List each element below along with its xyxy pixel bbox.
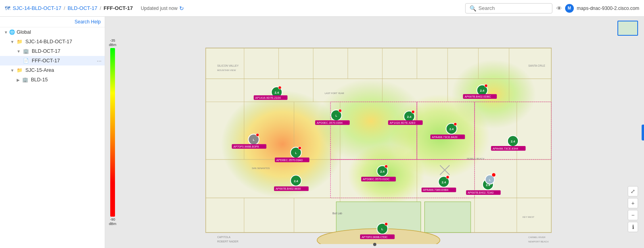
right-panel-expand-tab[interactable] [642, 125, 644, 140]
breadcrumb-part1[interactable]: SJC-14-BLD-OCT-17 [13, 5, 61, 11]
sidebar-item-label: SJC-14-BLD-OCT-17 [25, 39, 101, 44]
svg-text:2.4: 2.4 [274, 91, 279, 94]
svg-text:L: L [295, 152, 297, 154]
globe-icon: 🌐 [9, 29, 15, 35]
sidebar-item-global[interactable]: ▼ 🌐 Global [0, 27, 105, 37]
svg-text:NEWPORT BEACH: NEWPORT BEACH [528, 240, 548, 243]
svg-text:2.4: 2.4 [442, 181, 446, 184]
map-controls: ⤢ + − ℹ [628, 186, 638, 232]
svg-text:L: L [335, 114, 337, 117]
chevron-down-icon: ▼ [10, 68, 14, 73]
map-area[interactable]: -35 dBm -90 dBm [105, 17, 644, 248]
svg-point-79 [454, 123, 457, 126]
chevron-down-icon: ▼ [10, 40, 14, 44]
floor-plan-svg: ❊ ❊ ❊ ❊ ❊ SILICON VALLEY MOUNTAIN VIEW L… [117, 37, 640, 244]
user-area: 👁 M maps-dnac-9300-2.cisco.com [556, 4, 639, 13]
sidebar-item-label: SJC-15-Area [25, 67, 101, 73]
map-thumbnail[interactable] [617, 21, 638, 36]
chevron-down-icon: ▼ [4, 30, 8, 35]
search-icon: 🔍 [470, 5, 476, 12]
svg-point-89 [298, 146, 301, 150]
svg-point-103 [446, 176, 449, 179]
sidebar-item-label: Global [17, 29, 101, 35]
svg-text:APD0EC.3570.01DC: APD0EC.3570.01DC [363, 177, 390, 181]
svg-text:APA488.73CE.8344: APA488.73CE.8344 [493, 147, 518, 150]
zoom-in-button[interactable]: + [628, 198, 638, 208]
building-icon: 🏢 [22, 77, 28, 83]
svg-text:AP1416.9D7E.2104: AP1416.9D7E.2104 [255, 96, 281, 100]
svg-text:L: L [489, 179, 491, 181]
svg-text:AP687B.B402.0DBC: AP687B.B402.0DBC [464, 95, 491, 98]
svg-point-98 [385, 165, 388, 168]
svg-text:PEBBLE BEACH: PEBBLE BEACH [467, 158, 484, 160]
avatar: M [565, 4, 574, 13]
svg-text:CAPITOLA: CAPITOLA [217, 236, 231, 238]
svg-text:L: L [381, 227, 383, 231]
svg-text:MOUNTAIN VIEW: MOUNTAIN VIEW [217, 69, 236, 71]
svg-rect-37 [425, 202, 471, 232]
sidebar-item-bld15[interactable]: ▶ 🏢 BLD-15 [0, 75, 105, 85]
svg-text:2.4: 2.4 [511, 140, 515, 143]
svg-text:2.4: 2.4 [380, 170, 385, 173]
topbar: 🗺 SJC-14-BLD-OCT-17 / BLD-OCT-17 / FFF-O… [0, 0, 644, 17]
sidebar-item-label: FFF-OCT-17 [32, 58, 101, 63]
svg-text:2.4: 2.4 [294, 179, 298, 183]
svg-text:AP70F0.966B.C53C: AP70F0.966B.C53C [362, 235, 388, 239]
map-icon: 🗺 [5, 5, 10, 12]
search-help-link[interactable]: Search Help [75, 19, 101, 25]
folder-icon: 📁 [17, 39, 23, 44]
search-input[interactable] [479, 5, 548, 11]
building-icon: 🏢 [23, 48, 29, 54]
sidebar-item-sjc15[interactable]: ▼ 📁 SJC-15-Area [0, 65, 105, 75]
svg-point-69 [339, 109, 342, 112]
chevron-right-icon: ▶ [17, 78, 20, 82]
breadcrumb: 🗺 SJC-14-BLD-OCT-17 / BLD-OCT-17 / FFF-O… [5, 5, 461, 12]
main-layout: Search Help ▼ 🌐 Global ▼ 📁 SJC-14-BLD-OC… [0, 17, 644, 248]
svg-text:SAN SENANTOS: SAN SENANTOS [252, 167, 270, 169]
svg-text:APD0EC.3570.0394: APD0EC.3570.0394 [317, 121, 343, 125]
user-url: maps-dnac-9300-2.cisco.com [577, 6, 639, 11]
svg-text:SILICON VALLEY: SILICON VALLEY [217, 64, 239, 67]
svg-text:LAST FORT YEAR: LAST FORT YEAR [325, 92, 344, 94]
svg-point-64 [485, 84, 488, 87]
svg-point-59 [278, 86, 282, 89]
svg-text:Bull Lab: Bull Lab [332, 212, 342, 215]
more-options-icon[interactable]: ··· [97, 58, 102, 64]
fit-screen-button[interactable]: ⤢ [628, 186, 638, 196]
svg-text:KEY WEST: KEY WEST [523, 216, 535, 218]
svg-text:AP687B.B402.8830: AP687B.B402.8830 [276, 187, 301, 190]
breadcrumb-part2[interactable]: BLD-OCT-17 [67, 5, 97, 11]
floor-plan[interactable]: ❊ ❊ ❊ ❊ ❊ SILICON VALLEY MOUNTAIN VIEW L… [117, 37, 640, 244]
sidebar-item-bldoct17[interactable]: ▼ 🏢 BLD-OCT-17 [0, 46, 105, 56]
refresh-icon[interactable]: ↻ [179, 5, 184, 12]
svg-text:APD0EC.3570.03A0: APD0EC.3570.03A0 [276, 158, 303, 162]
legend-bottom-label: -90 dBm [109, 217, 117, 226]
sidebar: Search Help ▼ 🌐 Global ▼ 📁 SJC-14-BLD-OC… [0, 17, 105, 248]
sidebar-item-fffoct17[interactable]: 📄 FFF-OCT-17 ··· [0, 56, 105, 65]
svg-text:CARMEL RIVER: CARMEL RIVER [528, 236, 545, 238]
floor-icon: 📄 [23, 58, 29, 63]
svg-point-119 [385, 223, 388, 226]
legend-top-label: -35 dBm [109, 38, 117, 47]
folder-icon: 📁 [17, 67, 23, 73]
svg-text:2.4: 2.4 [407, 115, 412, 119]
zoom-out-button[interactable]: − [628, 210, 638, 220]
eye-icon[interactable]: 👁 [556, 5, 562, 12]
svg-text:ROBERT NADER: ROBERT NADER [217, 240, 239, 243]
breadcrumb-part3[interactable]: FFF-OCT-17 [104, 5, 133, 11]
sidebar-item-label: BLD-OCT-17 [32, 48, 101, 54]
svg-point-122 [492, 173, 496, 177]
svg-text:AP687B.B402.7DA0: AP687B.B402.7DA0 [468, 191, 494, 194]
signal-legend: -35 dBm -90 dBm [108, 38, 117, 226]
info-button[interactable]: ℹ [628, 222, 638, 232]
svg-text:AP70F0.966B.B3F8: AP70F0.966B.B3F8 [233, 145, 259, 148]
search-bar[interactable]: 🔍 [465, 3, 552, 13]
svg-text:2.4: 2.4 [449, 127, 454, 131]
sidebar-item-sjc14[interactable]: ▼ 📁 SJC-14-BLD-OCT-17 [0, 37, 105, 46]
svg-point-74 [412, 110, 415, 113]
sidebar-item-label: BLD-15 [31, 77, 101, 83]
svg-text:APA488.7389.E6B4: APA488.7389.E6B4 [423, 188, 448, 192]
svg-text:SANTA CRUZ: SANTA CRUZ [528, 64, 545, 67]
legend-gradient-bar [110, 48, 115, 217]
svg-point-84 [256, 133, 259, 136]
